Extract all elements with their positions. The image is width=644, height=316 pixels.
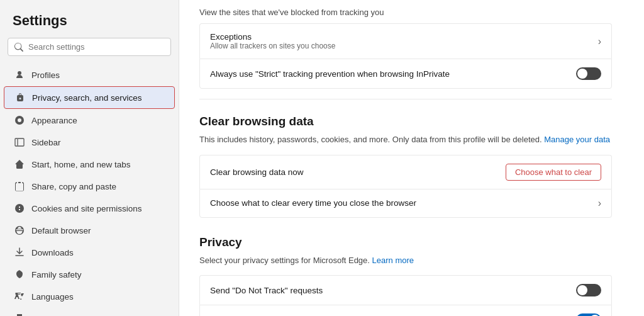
sidebar-item-label: Cookies and site permissions	[31, 204, 142, 213]
sidebar-item-languages[interactable]: Languages	[4, 286, 175, 307]
strict-label: Always use "Strict" tracking prevention …	[210, 69, 450, 79]
sidebar-item-label: Printers	[31, 314, 61, 317]
sidebar-item-downloads[interactable]: Downloads	[4, 242, 175, 263]
clear-every-time-chevron: ›	[598, 198, 601, 209]
default-browser-icon	[14, 225, 25, 236]
sidebar-item-label: Languages	[31, 292, 74, 302]
sidebar-item-label: Downloads	[31, 248, 74, 257]
exceptions-label: Exceptions	[210, 32, 335, 42]
profiles-icon	[14, 69, 25, 81]
family-safety-icon	[14, 269, 25, 280]
appearance-icon	[14, 115, 25, 126]
learn-more-link[interactable]: Learn more	[372, 256, 414, 265]
privacy-title: Privacy	[199, 235, 612, 249]
clear-every-time-row[interactable]: Choose what to clear every time you clos…	[199, 189, 612, 218]
search-input[interactable]	[28, 42, 164, 52]
sidebar-item-label: Share, copy and paste	[31, 182, 116, 191]
sidebar-item-share-copy[interactable]: Share, copy and paste	[4, 176, 175, 197]
dnt-row[interactable]: Send "Do Not Track" requests	[199, 275, 612, 305]
dnt-toggle-knob	[577, 285, 587, 295]
sidebar-item-sidebar[interactable]: Sidebar	[4, 132, 175, 153]
svg-rect-0	[15, 138, 24, 146]
printers-icon	[14, 313, 25, 316]
languages-icon	[14, 291, 25, 302]
clear-now-row[interactable]: Clear browsing data now Choose what to c…	[199, 155, 612, 189]
tracking-desc: View the sites that we've blocked from t…	[199, 8, 612, 23]
search-box[interactable]	[8, 38, 171, 56]
privacy-section: Privacy Select your privacy settings for…	[199, 235, 612, 317]
clear-browsing-section: Clear browsing data This includes histor…	[199, 115, 612, 218]
sidebar-item-label: Default browser	[31, 226, 91, 235]
dnt-label: Send "Do Not Track" requests	[210, 286, 323, 295]
start-home-icon	[14, 159, 25, 170]
privacy-desc: Select your privacy settings for Microso…	[199, 254, 612, 267]
downloads-icon	[14, 247, 25, 258]
exceptions-chevron: ›	[598, 36, 601, 47]
sidebar-icon	[14, 137, 25, 148]
payment-toggle[interactable]	[576, 313, 601, 316]
privacy-icon	[14, 92, 26, 103]
main-content: View the sites that we've blocked from t…	[179, 0, 644, 316]
sidebar-item-label: Start, home, and new tabs	[31, 160, 131, 169]
clear-section-title: Clear browsing data	[199, 115, 612, 128]
strict-inprivate-row[interactable]: Always use "Strict" tracking prevention …	[199, 59, 612, 89]
strict-toggle[interactable]	[576, 67, 601, 80]
exceptions-desc: Allow all trackers on sites you choose	[210, 42, 335, 50]
search-icon	[14, 43, 23, 52]
settings-title: Settings	[0, 8, 179, 38]
sidebar-item-family-safety[interactable]: Family safety	[4, 264, 175, 285]
sidebar-item-label: Profiles	[31, 71, 60, 80]
sidebar-item-start-home[interactable]: Start, home, and new tabs	[4, 154, 175, 175]
payment-row[interactable]: Allow sites to check if you have payment…	[199, 305, 612, 316]
clear-section-desc: This includes history, passwords, cookie…	[199, 133, 612, 146]
clear-every-time-label: Choose what to clear every time you clos…	[210, 198, 416, 208]
manage-data-link[interactable]: Manage your data	[544, 135, 610, 144]
sidebar-item-label: Family safety	[31, 270, 82, 279]
sidebar-item-profiles[interactable]: Profiles	[4, 64, 175, 86]
sidebar-item-printers[interactable]: Printers	[4, 308, 175, 316]
sidebar: Settings ProfilesPrivacy, search, and se…	[0, 0, 179, 316]
sidebar-item-privacy[interactable]: Privacy, search, and services	[4, 86, 175, 109]
sidebar-item-appearance[interactable]: Appearance	[4, 110, 175, 131]
sidebar-item-label: Privacy, search, and services	[32, 93, 142, 103]
clear-now-label: Clear browsing data now	[210, 167, 304, 177]
share-copy-icon	[14, 181, 25, 192]
sidebar-item-default-browser[interactable]: Default browser	[4, 220, 175, 241]
sidebar-item-label: Sidebar	[31, 138, 61, 147]
cookies-icon	[14, 203, 25, 214]
strict-toggle-knob	[577, 69, 587, 79]
sidebar-item-cookies[interactable]: Cookies and site permissions	[4, 198, 175, 219]
sidebar-item-label: Appearance	[31, 116, 77, 125]
dnt-toggle[interactable]	[576, 284, 601, 296]
choose-what-to-clear-button[interactable]: Choose what to clear	[506, 164, 601, 181]
exceptions-row[interactable]: Exceptions Allow all trackers on sites y…	[199, 23, 612, 59]
nav-list: ProfilesPrivacy, search, and servicesApp…	[0, 64, 179, 316]
tracking-section: View the sites that we've blocked from t…	[199, 0, 612, 99]
